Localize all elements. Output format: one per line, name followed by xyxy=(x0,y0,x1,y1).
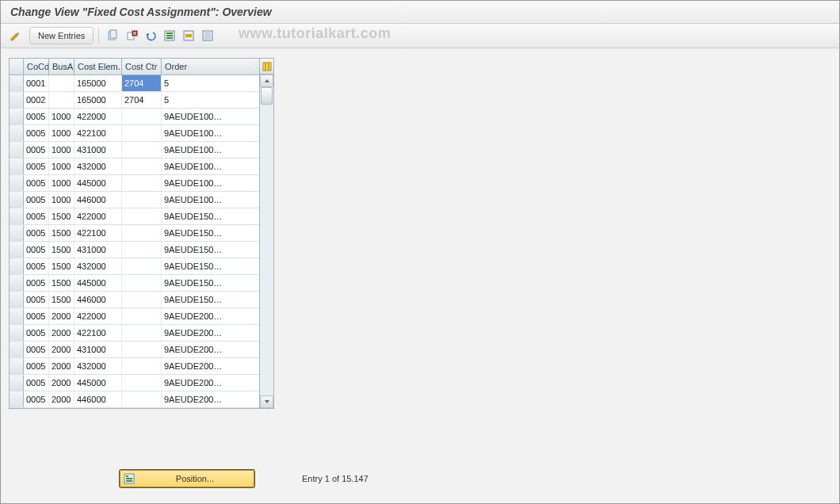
cell-cocd[interactable]: 0002 xyxy=(24,92,49,108)
row-selector[interactable] xyxy=(10,92,24,108)
cell-cost-ctr[interactable] xyxy=(122,175,162,191)
row-selector[interactable] xyxy=(10,125,24,141)
row-selector[interactable] xyxy=(10,142,24,158)
cell-cocd[interactable]: 0005 xyxy=(24,142,49,158)
cell-order[interactable]: 9AEUDE150… xyxy=(162,242,259,258)
cell-cocd[interactable]: 0005 xyxy=(24,208,49,224)
cell-cost-elem[interactable]: 445000 xyxy=(74,275,122,291)
cell-cocd[interactable]: 0005 xyxy=(24,391,49,407)
col-header-cost-ctr[interactable]: Cost Ctr xyxy=(122,59,162,74)
scroll-thumb[interactable] xyxy=(261,87,273,105)
cell-order[interactable]: 9AEUDE100… xyxy=(162,158,259,174)
cell-cost-ctr[interactable] xyxy=(122,308,162,324)
cell-cost-elem[interactable]: 422100 xyxy=(74,225,122,241)
configure-columns-button[interactable] xyxy=(260,59,273,74)
position-button[interactable]: Position... xyxy=(120,470,254,487)
col-header-cocd[interactable]: CoCd xyxy=(24,59,49,74)
cell-order[interactable]: 5 xyxy=(162,92,259,108)
cell-cost-ctr[interactable] xyxy=(122,142,162,158)
cell-cost-ctr[interactable] xyxy=(122,158,162,174)
col-header-busa[interactable]: BusA xyxy=(49,59,74,74)
row-selector[interactable] xyxy=(10,75,24,91)
cell-cost-ctr[interactable] xyxy=(122,275,162,291)
col-header-selector[interactable] xyxy=(10,59,24,74)
cell-busa[interactable]: 2000 xyxy=(49,375,74,391)
row-selector[interactable] xyxy=(10,358,24,374)
cell-order[interactable]: 9AEUDE200… xyxy=(162,375,259,391)
cell-busa[interactable]: 1500 xyxy=(49,275,74,291)
cell-cost-elem[interactable]: 422100 xyxy=(74,125,122,141)
cell-busa[interactable] xyxy=(49,92,74,108)
row-selector[interactable] xyxy=(10,225,24,241)
row-selector[interactable] xyxy=(10,242,24,258)
cell-cost-ctr[interactable]: 2704 xyxy=(122,75,162,91)
cell-cocd[interactable]: 0005 xyxy=(24,192,49,208)
cell-busa[interactable]: 2000 xyxy=(49,391,74,407)
cell-busa[interactable]: 1500 xyxy=(49,242,74,258)
cell-order[interactable]: 9AEUDE200… xyxy=(162,308,259,324)
row-selector[interactable] xyxy=(10,208,24,224)
cell-cost-ctr[interactable] xyxy=(122,109,162,124)
cell-order[interactable]: 5 xyxy=(162,75,259,91)
cell-cocd[interactable]: 0001 xyxy=(24,75,49,91)
row-selector[interactable] xyxy=(10,258,24,274)
cell-cocd[interactable]: 0005 xyxy=(24,175,49,191)
cell-cost-elem[interactable]: 445000 xyxy=(74,175,122,191)
cell-cocd[interactable]: 0005 xyxy=(24,292,49,307)
cell-cost-ctr[interactable] xyxy=(122,325,162,341)
cell-cost-elem[interactable]: 446000 xyxy=(74,292,122,307)
cell-cost-ctr[interactable] xyxy=(122,242,162,258)
cell-busa[interactable]: 1000 xyxy=(49,142,74,158)
cell-order[interactable]: 9AEUDE200… xyxy=(162,342,259,357)
cell-cost-elem[interactable]: 431000 xyxy=(74,142,122,158)
cell-cocd[interactable]: 0005 xyxy=(24,358,49,374)
cell-order[interactable]: 9AEUDE150… xyxy=(162,208,259,224)
scroll-down-button[interactable] xyxy=(260,395,273,408)
cell-cost-ctr[interactable] xyxy=(122,342,162,357)
cell-cocd[interactable]: 0005 xyxy=(24,258,49,274)
cell-order[interactable]: 9AEUDE200… xyxy=(162,325,259,341)
cell-busa[interactable]: 2000 xyxy=(49,358,74,374)
cell-order[interactable]: 9AEUDE200… xyxy=(162,358,259,374)
new-entries-button[interactable]: New Entries xyxy=(29,27,94,44)
cell-busa[interactable]: 1000 xyxy=(49,158,74,174)
row-selector[interactable] xyxy=(10,192,24,208)
cell-order[interactable]: 9AEUDE150… xyxy=(162,275,259,291)
cell-cost-elem[interactable]: 431000 xyxy=(74,342,122,357)
copy-as-button[interactable] xyxy=(104,28,121,44)
cell-cocd[interactable]: 0005 xyxy=(24,308,49,324)
cell-cost-elem[interactable]: 422100 xyxy=(74,325,122,341)
cell-cost-elem[interactable]: 431000 xyxy=(74,242,122,258)
cell-busa[interactable]: 2000 xyxy=(49,308,74,324)
cell-cocd[interactable]: 0005 xyxy=(24,275,49,291)
cell-cost-ctr[interactable] xyxy=(122,125,162,141)
cell-busa[interactable]: 1000 xyxy=(49,125,74,141)
row-selector[interactable] xyxy=(10,342,24,357)
cell-cost-ctr[interactable]: 2704 xyxy=(122,92,162,108)
cell-cost-elem[interactable]: 446000 xyxy=(74,192,122,208)
cell-busa[interactable]: 1000 xyxy=(49,175,74,191)
cell-cost-elem[interactable]: 432000 xyxy=(74,158,122,174)
cell-cost-elem[interactable]: 422000 xyxy=(74,208,122,224)
cell-cost-ctr[interactable] xyxy=(122,192,162,208)
undo-button[interactable] xyxy=(142,28,159,44)
cell-cost-ctr[interactable] xyxy=(122,225,162,241)
row-selector[interactable] xyxy=(10,158,24,174)
cell-busa[interactable]: 2000 xyxy=(49,325,74,341)
col-header-cost-elem[interactable]: Cost Elem. xyxy=(74,59,122,74)
deselect-all-button[interactable] xyxy=(199,28,216,44)
cell-order[interactable]: 9AEUDE100… xyxy=(162,109,259,124)
cell-busa[interactable]: 1500 xyxy=(49,292,74,307)
delete-button[interactable] xyxy=(123,28,140,44)
cell-cocd[interactable]: 0005 xyxy=(24,342,49,357)
cell-cost-ctr[interactable] xyxy=(122,358,162,374)
cell-busa[interactable]: 1000 xyxy=(49,192,74,208)
cell-cost-ctr[interactable] xyxy=(122,208,162,224)
row-selector[interactable] xyxy=(10,292,24,307)
cell-cocd[interactable]: 0005 xyxy=(24,225,49,241)
cell-cocd[interactable]: 0005 xyxy=(24,242,49,258)
cell-order[interactable]: 9AEUDE150… xyxy=(162,292,259,307)
cell-cost-elem[interactable]: 165000 xyxy=(74,75,122,91)
cell-busa[interactable]: 1500 xyxy=(49,258,74,274)
cell-cost-elem[interactable]: 422000 xyxy=(74,308,122,324)
